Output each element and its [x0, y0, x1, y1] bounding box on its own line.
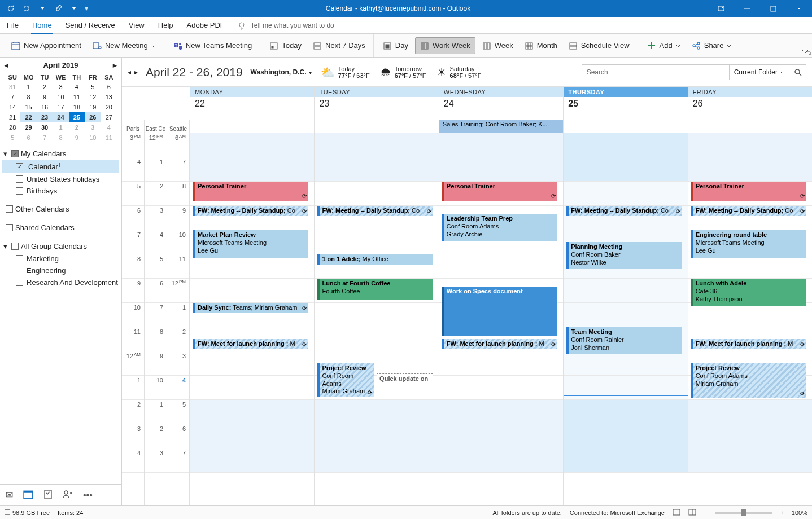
search-scope[interactable]: Current Folder [729, 65, 789, 80]
minical-day[interactable]: 10 [53, 92, 68, 102]
calendar-event[interactable]: Engineering round tableMicrosoft Teams M… [691, 230, 806, 258]
search-input[interactable] [582, 65, 729, 80]
view-reading-icon[interactable] [688, 509, 696, 517]
allday-cell[interactable] [563, 120, 687, 133]
day-num[interactable]: 26 [688, 97, 812, 111]
next-month-icon[interactable]: ▸ [113, 61, 117, 69]
add-calendar-button[interactable]: Add [643, 37, 685, 54]
minical-day[interactable]: 9 [37, 92, 53, 102]
schedule-view-button[interactable]: Schedule View [564, 37, 634, 54]
minical-day[interactable]: 22 [20, 112, 36, 122]
calendar-event[interactable]: Personal Trainer⟳ [691, 182, 806, 201]
my-calendars-header[interactable]: ▾My Calendars [2, 147, 119, 160]
next7-button[interactable]: Next 7 Days [308, 37, 370, 54]
minical-day[interactable]: 3 [85, 122, 101, 133]
view-normal-icon[interactable] [673, 509, 680, 517]
calendar-event[interactable]: FW: Meet for launch planning ; M⟳ [691, 339, 806, 349]
minical-day[interactable]: 26 [85, 112, 101, 122]
weather-card[interactable]: 🌧Tomorrow67°F / 57°F [380, 65, 426, 79]
day-column[interactable]: FW: Meeting -- Daily Standup; Co⟳1 on 1 … [314, 133, 438, 505]
allday-cell[interactable] [190, 120, 314, 133]
menu-view[interactable]: View [122, 17, 151, 33]
tell-me[interactable]: Tell me what you want to do [237, 17, 334, 33]
minical-day[interactable]: 4 [101, 122, 117, 133]
minical-day[interactable]: 8 [20, 92, 36, 102]
minical-day[interactable]: 27 [101, 112, 117, 122]
location[interactable]: Washington, D.C. ▼ [251, 68, 313, 76]
zoom-out[interactable]: − [704, 509, 708, 516]
allday-cell[interactable] [688, 120, 812, 133]
minical-day[interactable]: 9 [69, 133, 85, 143]
minical-day[interactable]: 6 [101, 82, 117, 92]
calendar-event[interactable]: FW: Meeting -- Daily Standup; Co⟳ [193, 206, 308, 216]
calendar-event[interactable]: Lunch at Fourth CoffeeFourth Coffee [317, 279, 433, 300]
new-teams-meeting-button[interactable]: T New Teams Meeting [169, 37, 257, 54]
attach-icon[interactable] [52, 2, 64, 15]
tasks-icon[interactable] [43, 489, 53, 502]
minical-day[interactable]: 23 [37, 112, 53, 122]
minical-day[interactable]: 30 [37, 122, 53, 133]
calendar-event[interactable]: 1 on 1 Adele; My Office [317, 254, 433, 265]
day-column[interactable]: Personal Trainer⟳FW: Meeting -- Daily St… [688, 133, 812, 505]
calendar-event[interactable]: Team MeetingConf Room RainierJoni Sherma… [566, 327, 682, 354]
menu-file[interactable]: File [0, 17, 25, 33]
calendar-event[interactable]: FW: Meet for launch planning ; M⟳ [442, 339, 557, 349]
collapse-ribbon-icon[interactable] [802, 48, 809, 56]
today-button[interactable]: Today [265, 37, 306, 54]
calendar-event[interactable]: Project ReviewConf Room AdamsMiriam Grah… [317, 363, 374, 397]
minical-day[interactable]: 11 [69, 92, 85, 102]
calendar-event[interactable]: FW: Meeting -- Daily Standup; Co⟳ [317, 206, 433, 216]
minical-day[interactable]: 18 [69, 102, 85, 112]
sync-icon[interactable] [5, 2, 17, 15]
minical-day[interactable]: 7 [37, 133, 53, 143]
minical-day[interactable]: 5 [5, 133, 20, 143]
minical-day[interactable]: 14 [5, 102, 20, 112]
day-column[interactable]: FW: Meeting -- Daily Standup; Co⟳Plannin… [563, 133, 687, 505]
undo-icon[interactable] [20, 2, 33, 15]
minical-day[interactable]: 11 [101, 133, 117, 143]
ribbon-display-icon[interactable] [708, 0, 734, 17]
minical-day[interactable]: 1 [20, 82, 36, 92]
calendar-event[interactable]: Leadership Team PrepConf Room AdamsGrady… [442, 214, 557, 241]
birthdays-item[interactable]: Birthdays [2, 185, 119, 197]
work-week-button[interactable]: Work Week [415, 37, 475, 54]
calendar-nav-icon[interactable] [23, 489, 33, 502]
calendar-event[interactable]: Personal Trainer⟳ [193, 182, 308, 201]
menu-help[interactable]: Help [151, 17, 180, 33]
minical-day[interactable]: 4 [69, 82, 85, 92]
weather-card[interactable]: ☀Saturday68°F / 57°F [436, 65, 482, 79]
other-calendars-header[interactable]: Other Calendars [2, 203, 119, 215]
calendar-event[interactable]: Planning MeetingConf Room BakerNestor Wi… [566, 242, 682, 269]
calendar-event[interactable]: Project ReviewConf Room AdamsMiriam Grah… [691, 363, 806, 398]
share-button[interactable]: Share [687, 37, 736, 54]
menu-home[interactable]: Home [25, 17, 59, 33]
day-view-button[interactable]: Day [378, 37, 413, 54]
people-icon[interactable] [63, 490, 73, 501]
menu-send-receive[interactable]: Send / Receive [59, 17, 122, 33]
minical-day[interactable]: 8 [53, 133, 68, 143]
minical-day[interactable]: 21 [5, 112, 20, 122]
calendar-item[interactable]: Calendar [2, 160, 119, 173]
calendar-event[interactable]: Personal Trainer⟳ [442, 182, 557, 201]
close-button[interactable] [786, 0, 812, 17]
shared-calendars-header[interactable]: Shared Calendars [2, 221, 119, 234]
zoom-slider[interactable] [715, 512, 772, 514]
marketing-item[interactable]: Marketing [2, 253, 119, 265]
group-calendars-header[interactable]: ▾All Group Calendars [2, 240, 119, 253]
calendar-event[interactable]: FW: Meeting -- Daily Standup; Co⟳ [566, 206, 682, 216]
prev-week-icon[interactable]: ◂ [128, 68, 131, 76]
minical-day[interactable]: 2 [69, 122, 85, 133]
minical-day[interactable]: 17 [53, 102, 68, 112]
day-num[interactable]: 25 [564, 97, 687, 111]
minical-day[interactable]: 5 [85, 82, 101, 92]
minical-day[interactable]: 15 [20, 102, 36, 112]
menu-adobe-pdf[interactable]: Adobe PDF [180, 17, 232, 33]
minical-day[interactable]: 20 [101, 102, 117, 112]
month-button[interactable]: Month [520, 37, 562, 54]
minical-day[interactable]: 19 [85, 102, 101, 112]
search-go-button[interactable] [789, 65, 806, 80]
minical-day[interactable]: 31 [5, 82, 20, 92]
prev-month-icon[interactable]: ◂ [5, 61, 8, 69]
rnd-item[interactable]: Research And Development [2, 276, 119, 288]
chevron-down-icon[interactable] [36, 2, 49, 15]
